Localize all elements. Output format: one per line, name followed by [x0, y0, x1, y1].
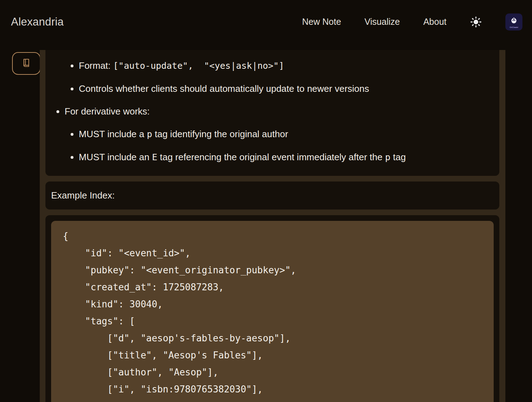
sun-icon [470, 16, 482, 28]
spec-rules-list: Format: ["auto-update", "<yes|ask|no>"] … [51, 60, 485, 163]
format-code: ["auto-update", "<yes|ask|no>"] [113, 61, 284, 71]
gitcitadel-shield-icon [509, 16, 519, 26]
list-item-must-e-tag: MUST include an E tag referencing the or… [79, 152, 485, 163]
list-item-derivative-works: For derivative works: MUST include a p t… [65, 106, 485, 163]
gitcitadel-logo-button[interactable]: GitCitadel [505, 13, 522, 30]
app-header: Alexandria New Note Visualize About [0, 0, 532, 50]
list-item-controls: Controls whether clients should automati… [79, 83, 485, 94]
example-heading: Example Index: [51, 190, 494, 201]
nav-about[interactable]: About [423, 17, 446, 27]
example-heading-card: Example Index: [45, 182, 499, 210]
list-item-must-p-tag: MUST include a p tag identifying the ori… [79, 129, 485, 140]
sidebar-toggle-button[interactable] [12, 52, 40, 75]
example-code-card: { "id": "<event_id>", "pubkey": "<event_… [45, 215, 499, 402]
document-scroll-area[interactable]: Format: ["auto-update", "<yes|ask|no>"] … [40, 50, 505, 402]
p-tag-code: p [147, 129, 152, 139]
main-nav: New Note Visualize About [302, 13, 522, 30]
theme-toggle-button[interactable] [470, 16, 482, 28]
app-brand[interactable]: Alexandria [11, 16, 64, 28]
spec-rules-card: Format: ["auto-update", "<yes|ask|no>"] … [45, 50, 499, 176]
e-tag-code: E [152, 152, 157, 162]
nav-visualize[interactable]: Visualize [364, 17, 400, 27]
list-item-continuation: Format: ["auto-update", "<yes|ask|no>"] … [65, 60, 485, 94]
code-block[interactable]: { "id": "<event_id>", "pubkey": "<event_… [51, 221, 494, 402]
book-icon [21, 58, 32, 69]
gitcitadel-logo-caption: GitCitadel [510, 26, 518, 28]
code-block-text: { "id": "<event_id>", "pubkey": "<event_… [63, 228, 482, 398]
p-tag-code-2: p [385, 152, 390, 162]
nav-new-note[interactable]: New Note [302, 17, 341, 27]
list-item-format: Format: ["auto-update", "<yes|ask|no>"] [79, 60, 485, 71]
